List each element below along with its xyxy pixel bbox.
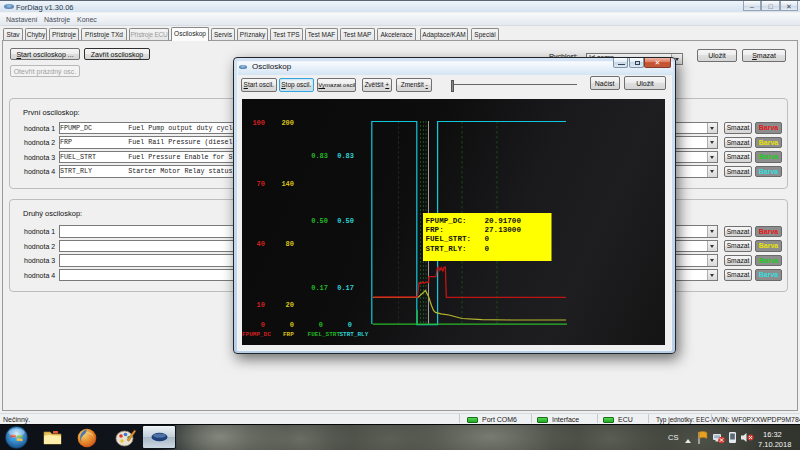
svg-text:0: 0	[290, 321, 294, 329]
svg-text:0.83: 0.83	[337, 152, 354, 160]
svg-text:FUEL_STRT:: FUEL_STRT:	[426, 235, 472, 243]
svg-text:FPUMP_DC:: FPUMP_DC:	[426, 217, 467, 225]
svg-text:0: 0	[261, 321, 265, 329]
svg-text:STRT_RLY:: STRT_RLY:	[426, 245, 467, 253]
svg-text:0: 0	[348, 321, 352, 329]
svg-text:FPUMP_DC: FPUMP_DC	[242, 331, 271, 338]
svg-text:FRP:: FRP:	[426, 226, 444, 234]
svg-text:STRT_RLY: STRT_RLY	[340, 331, 369, 338]
svg-text:20.91700: 20.91700	[485, 217, 522, 225]
svg-text:10: 10	[257, 301, 265, 309]
svg-text:80: 80	[286, 240, 294, 248]
svg-text:70: 70	[257, 180, 265, 188]
svg-text:100: 100	[252, 119, 265, 127]
svg-text:0.50: 0.50	[337, 217, 354, 225]
svg-text:140: 140	[281, 180, 294, 188]
svg-text:0: 0	[485, 235, 490, 243]
svg-text:FRP: FRP	[283, 331, 294, 338]
svg-text:0.17: 0.17	[311, 284, 328, 292]
svg-text:FUEL_STRT: FUEL_STRT	[308, 331, 341, 338]
svg-text:20: 20	[286, 301, 294, 309]
svg-text:200: 200	[281, 119, 294, 127]
svg-text:27.13000: 27.13000	[485, 226, 522, 234]
svg-text:40: 40	[257, 240, 265, 248]
svg-text:0.17: 0.17	[337, 284, 354, 292]
svg-text:0.50: 0.50	[311, 217, 328, 225]
svg-text:0.83: 0.83	[311, 152, 328, 160]
svg-text:0: 0	[319, 321, 323, 329]
svg-text:0: 0	[485, 245, 490, 253]
